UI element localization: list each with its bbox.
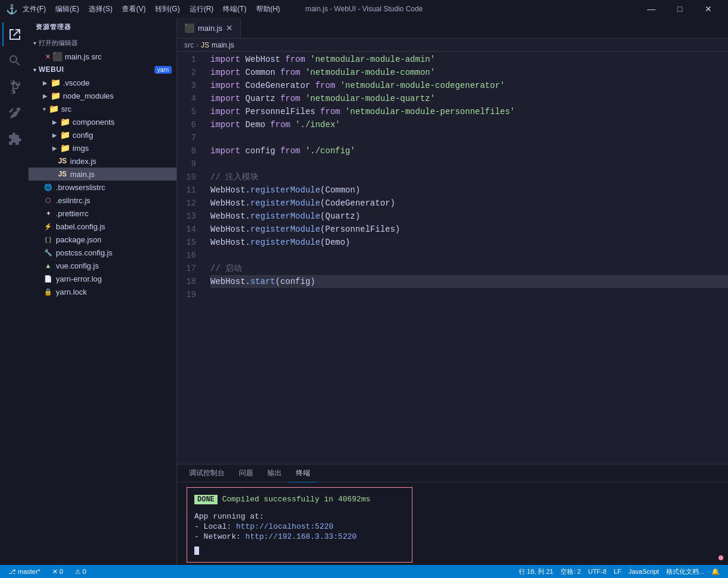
src-folder-icon: 📁 (48, 103, 59, 114)
tab-terminal[interactable]: 终端 (289, 465, 317, 482)
status-branch[interactable]: ⎇ master* (5, 568, 44, 576)
code-line-11: WebHost.registerModule(Common) (210, 184, 728, 197)
line-num-6: 6 (177, 118, 196, 131)
tree-item-yarn-error-log[interactable]: 📄 yarn-error.log (29, 272, 177, 285)
status-position[interactable]: 行 18, 列 21 (515, 567, 557, 576)
tree-item-browserslistrc[interactable]: 🌐 .browserslistrc (29, 181, 177, 194)
tree-item-package-json[interactable]: { } package.json (29, 233, 177, 246)
node-modules-icon: 📁 (50, 90, 61, 101)
tree-item-yarn-lock[interactable]: 🔒 yarn.lock (29, 285, 177, 298)
tree-item-vscode[interactable]: ▶ 📁 .vscode (29, 76, 177, 89)
line-num-2: 2 (177, 66, 196, 79)
activity-source-control[interactable] (2, 75, 26, 99)
activity-search[interactable] (2, 49, 26, 72)
tree-item-babel-config[interactable]: ⚡ babel.config.js (29, 220, 177, 233)
vue-config-icon: ▲ (43, 260, 53, 271)
menu-run[interactable]: 运行(R) (185, 2, 219, 17)
postcss-config-icon: 🔧 (43, 247, 53, 258)
yarn-badge: yarn (155, 66, 172, 74)
tree-item-imgs[interactable]: ▶ 📁 imgs (29, 141, 177, 154)
vue-config-name: vue.config.js (56, 261, 99, 270)
terminal-network-line: - Network: http://192.168.3.33:5220 (194, 532, 405, 541)
folder-arrow: ▶ (43, 80, 48, 86)
window-controls[interactable]: — □ ✕ (638, 0, 722, 18)
minimize-button[interactable]: — (638, 0, 665, 18)
code-line-18: WebHost.start(config) (210, 275, 728, 288)
src-arrow: ▾ (43, 106, 46, 112)
menu-view[interactable]: 查看(V) (117, 2, 150, 17)
tree-item-prettierrc[interactable]: ✦ .prettierrc (29, 207, 177, 220)
config-folder-name: config (73, 131, 93, 140)
tree-item-config[interactable]: ▶ 📁 config (29, 128, 177, 141)
menu-goto[interactable]: 转到(G) (150, 2, 184, 17)
terminal-network-url[interactable]: http://192.168.3.33:5220 (245, 532, 357, 541)
main-js-icon: JS (57, 169, 68, 179)
status-language[interactable]: JavaScript (625, 568, 662, 575)
line-num-13: 13 (177, 210, 196, 223)
status-warnings[interactable]: ⚠ 0 (71, 568, 90, 576)
breadcrumb-src[interactable]: src (184, 41, 194, 49)
config-arrow: ▶ (52, 132, 57, 138)
tab-main-js[interactable]: ⬛ main.js ✕ (177, 18, 241, 38)
tree-item-index-js[interactable]: JS index.js (29, 154, 177, 168)
vscode-logo: ⚓ (6, 4, 18, 15)
terminal-content[interactable]: DONE Compiled successfully in 40692ms Ap… (177, 482, 728, 565)
error-count: 0 (59, 568, 63, 575)
terminal-local-label: - Local: (194, 522, 236, 531)
code-line-17: // 启动 (210, 262, 728, 275)
activity-explorer[interactable] (2, 23, 26, 46)
encoding-text: UTF-8 (588, 568, 606, 575)
code-line-19 (210, 288, 728, 301)
tree-item-eslintrc[interactable]: ⬡ .eslintrc.js (29, 194, 177, 207)
tree-item-components[interactable]: ▶ 📁 components (29, 115, 177, 128)
menu-bar[interactable]: 文件(F) 编辑(E) 选择(S) 查看(V) 转到(G) 运行(R) 终端(T… (18, 2, 285, 17)
open-editors-label: 打开的编辑器 (39, 39, 78, 48)
activity-extensions[interactable] (2, 127, 26, 151)
tree-item-main-js[interactable]: JS main.js (29, 168, 177, 181)
code-line-6: import Demo from './index' (210, 118, 728, 131)
tab-close-button[interactable]: ✕ (226, 23, 233, 33)
tab-output[interactable]: 输出 (260, 465, 289, 482)
terminal-app-running: App running at: (194, 512, 405, 521)
sidebar: 资源管理器 ▾ 打开的编辑器 ✕ ⬛ main.js src ▾ WEBUI y… (29, 18, 177, 565)
status-format[interactable]: 格式化文档... (663, 567, 708, 576)
tree-item-vue-config[interactable]: ▲ vue.config.js (29, 259, 177, 272)
tree-item-postcss-config[interactable]: 🔧 postcss.config.js (29, 246, 177, 259)
format-text: 格式化文档... (666, 567, 704, 576)
terminal-local-url[interactable]: http://localhost:5220 (236, 522, 333, 531)
menu-help[interactable]: 帮助(H) (251, 2, 285, 17)
vscode-folder-icon: 📁 (50, 77, 61, 88)
status-encoding[interactable]: UTF-8 (584, 568, 610, 575)
warning-count: 0 (83, 568, 86, 575)
breadcrumb-sep1: › (196, 41, 198, 49)
tree-item-src[interactable]: ▾ 📁 src (29, 102, 177, 115)
line-num-3: 3 (177, 79, 196, 92)
menu-terminal[interactable]: 终端(T) (218, 2, 251, 17)
code-line-13: WebHost.registerModule(Quartz) (210, 210, 728, 223)
project-root[interactable]: ▾ WEBUI yarn (29, 63, 177, 76)
breadcrumb-file[interactable]: main.js (212, 41, 234, 49)
status-spaces[interactable]: 空格: 2 (557, 567, 584, 576)
menu-edit[interactable]: 编辑(E) (51, 2, 84, 17)
terminal-done-line: DONE Compiled successfully in 40692ms (194, 495, 405, 504)
line-num-16: 16 (177, 249, 196, 262)
close-button[interactable]: ✕ (695, 0, 722, 18)
code-editor[interactable]: 1 2 3 4 5 6 7 8 9 10 11 12 13 14 15 16 1… (177, 52, 728, 464)
maximize-button[interactable]: □ (666, 0, 694, 18)
menu-select[interactable]: 选择(S) (84, 2, 117, 17)
tab-problems[interactable]: 问题 (232, 465, 260, 482)
line-num-5: 5 (177, 105, 196, 118)
menu-file[interactable]: 文件(F) (18, 2, 51, 17)
open-file-item[interactable]: ✕ ⬛ main.js src (29, 50, 177, 63)
status-notifications[interactable]: 🔔 (708, 568, 723, 576)
status-eol[interactable]: LF (610, 568, 625, 575)
open-editors-section[interactable]: ▾ 打开的编辑器 (29, 36, 177, 50)
notification-icon: 🔔 (711, 568, 720, 576)
status-errors[interactable]: ✕ 0 (49, 568, 67, 576)
activity-run[interactable] (2, 101, 26, 125)
code-line-14: WebHost.registerModule(PersonnelFiles) (210, 223, 728, 236)
code-content[interactable]: import WebHost from 'netmodular-module-a… (206, 52, 728, 464)
tree-item-node-modules[interactable]: ▶ 📁 node_modules (29, 89, 177, 102)
tab-debug-console[interactable]: 调试控制台 (182, 465, 232, 482)
code-line-4: import Quartz from 'netmodular-module-qu… (210, 92, 728, 105)
